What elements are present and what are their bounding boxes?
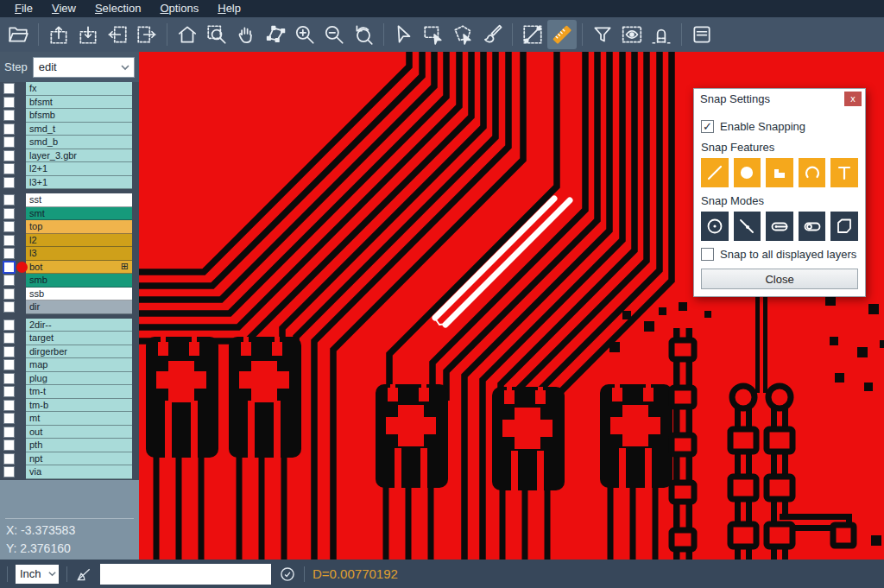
menu-item-view[interactable]: View (42, 0, 85, 17)
filter-icon[interactable] (588, 20, 617, 49)
snap-all-layers-checkbox[interactable] (701, 248, 714, 261)
snap-all-layers-row[interactable]: Snap to all displayed layers (701, 248, 858, 261)
dialog-close-icon[interactable]: x (844, 92, 862, 106)
measure-points-icon[interactable] (518, 20, 547, 49)
snap-point-on-line-icon[interactable] (734, 212, 761, 241)
measure-value-input[interactable] (100, 564, 271, 585)
layer-name-cell[interactable]: smd_b (26, 136, 132, 149)
menu-item-options[interactable]: Options (150, 0, 208, 17)
layer-row-bfsmb[interactable]: bfsmb (0, 109, 139, 123)
layer-name-cell[interactable]: pth (26, 439, 132, 452)
snap-profile-icon[interactable] (830, 212, 858, 241)
layer-checkbox[interactable] (3, 83, 15, 94)
layer-checkbox[interactable] (3, 301, 15, 313)
layer-checkbox[interactable] (3, 235, 15, 246)
layer-row-l2+1[interactable]: l2+1 (0, 162, 139, 176)
layer-grid-icon[interactable]: ⊞ (121, 262, 129, 271)
import-top-icon[interactable] (44, 20, 73, 49)
layer-row-dir[interactable]: dir (0, 300, 139, 314)
layer-checkbox[interactable] (3, 110, 15, 121)
layer-checkbox[interactable] (3, 332, 15, 344)
layer-checkbox[interactable] (3, 466, 15, 477)
recalculate-icon[interactable] (279, 566, 296, 583)
snap-slot-end-icon[interactable] (766, 212, 793, 241)
step-dropdown[interactable]: edit (33, 57, 135, 78)
snap-arc-icon[interactable] (799, 158, 826, 187)
layer-name-cell[interactable]: smd_t (26, 123, 132, 136)
layer-row-smd_t[interactable]: smd_t (0, 123, 139, 136)
layer-checkbox[interactable] (3, 400, 15, 411)
layer-checkbox[interactable] (3, 386, 15, 397)
layer-checkbox[interactable] (3, 150, 15, 161)
layer-name-cell[interactable]: ssb (26, 288, 132, 301)
layer-name-cell[interactable]: bfsmt (26, 96, 132, 110)
select-polygon-icon[interactable] (448, 20, 477, 49)
zoom-window-icon[interactable] (202, 20, 231, 49)
layer-row-sst[interactable]: sst (0, 193, 139, 207)
layer-checkbox[interactable] (3, 346, 15, 357)
layer-row-l3[interactable]: l3 (0, 247, 139, 261)
layer-row-ssb[interactable]: ssb (0, 288, 139, 301)
layer-checkbox[interactable] (3, 248, 15, 259)
layer-row-l3+1[interactable]: l3+1 (0, 176, 139, 190)
menu-item-file[interactable]: File (5, 0, 42, 17)
layer-name-cell[interactable]: tm-t (26, 385, 132, 399)
view-options-icon[interactable] (617, 20, 647, 49)
layer-checkbox[interactable] (3, 413, 15, 424)
layer-row-dirgerber[interactable]: dirgerber (0, 345, 139, 359)
zoom-polygon-icon[interactable] (261, 20, 290, 49)
layer-checkbox[interactable] (3, 221, 15, 232)
layer-checkbox[interactable] (3, 319, 15, 331)
angle-measure-icon[interactable] (75, 566, 92, 583)
menu-item-selection[interactable]: Selection (85, 0, 150, 17)
zoom-in-icon[interactable] (290, 20, 319, 49)
select-pointer-icon[interactable] (389, 20, 419, 49)
layer-name-cell[interactable]: npt (26, 452, 132, 466)
snap-line-icon[interactable] (701, 158, 729, 187)
menu-item-help[interactable]: Help (208, 0, 250, 17)
layer-name-cell[interactable]: target (26, 332, 132, 345)
layer-checkbox[interactable] (3, 261, 16, 274)
home-view-icon[interactable] (173, 20, 202, 49)
export-left-icon[interactable] (103, 20, 132, 49)
layer-name-cell[interactable]: plug (26, 372, 132, 386)
layer-row-smb[interactable]: smb (0, 274, 139, 288)
layer-row-bfsmt[interactable]: bfsmt (0, 96, 139, 110)
layer-row-tm-b[interactable]: tm-b (0, 399, 139, 413)
layer-name-cell[interactable]: dirgerber (26, 345, 132, 359)
dialog-titlebar[interactable]: Snap Settings x (694, 89, 865, 109)
enable-snapping-checkbox[interactable]: ✓ (701, 120, 714, 133)
snap-slot-side-icon[interactable] (799, 212, 826, 241)
snap-center-icon[interactable] (701, 212, 729, 241)
layer-checkbox[interactable] (3, 208, 15, 219)
close-button[interactable]: Close (701, 269, 858, 289)
enable-snapping-row[interactable]: ✓ Enable Snapping (701, 120, 858, 133)
unit-dropdown[interactable]: Inch (16, 565, 59, 584)
zoom-previous-icon[interactable] (349, 20, 378, 49)
snap-shape-pad-icon[interactable] (766, 158, 793, 187)
layer-row-top[interactable]: top (0, 220, 139, 234)
select-brush-icon[interactable] (477, 20, 507, 49)
layer-name-cell[interactable]: map (26, 358, 132, 372)
import-bottom-icon[interactable] (73, 20, 103, 49)
layer-row-smt[interactable]: smt (0, 207, 139, 221)
layer-row-2dir--[interactable]: 2dir-- (0, 319, 139, 332)
layer-row-out[interactable]: out (0, 426, 139, 439)
layer-checkbox[interactable] (3, 163, 15, 174)
layer-checkbox[interactable] (3, 194, 15, 205)
layer-row-fx[interactable]: fx (0, 82, 139, 96)
layer-name-cell[interactable]: 2dir-- (26, 319, 132, 332)
layer-checkbox[interactable] (3, 373, 15, 384)
layer-name-cell[interactable]: l3+1 (26, 176, 132, 190)
layer-checkbox[interactable] (3, 136, 15, 148)
layers-panel-icon[interactable] (687, 20, 717, 49)
layer-name-cell[interactable]: sst (26, 193, 132, 207)
layer-name-cell[interactable]: fx (26, 82, 132, 96)
open-job-icon[interactable] (3, 20, 33, 49)
zoom-out-icon[interactable] (319, 20, 349, 49)
layer-row-bot[interactable]: bot⊞ (0, 261, 139, 275)
layer-name-cell[interactable]: layer_3.gbr (26, 149, 132, 163)
layer-row-smd_b[interactable]: smd_b (0, 136, 139, 149)
layer-checkbox[interactable] (3, 359, 15, 370)
layer-checkbox[interactable] (3, 123, 15, 135)
